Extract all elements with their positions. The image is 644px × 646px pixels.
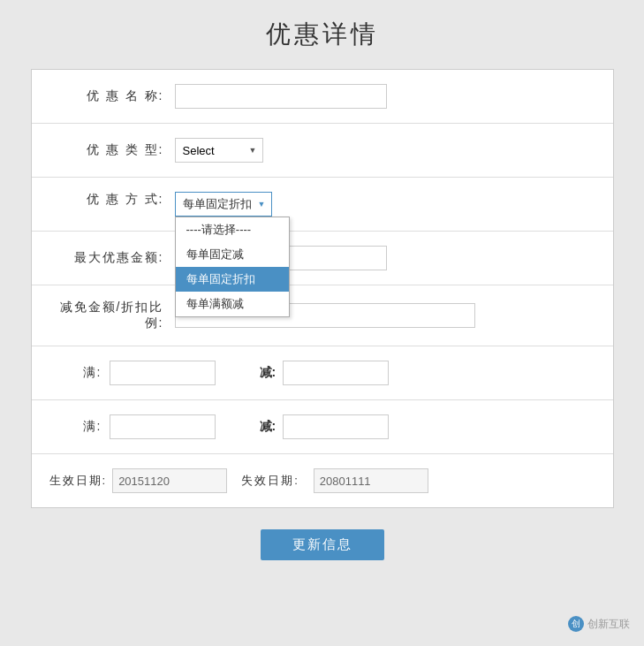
type-select-button[interactable]: Select [175,138,263,163]
jian1-input[interactable] [283,361,389,385]
max-row: 最大优惠金额: [32,232,613,285]
max-label: 最大优惠金额: [49,250,164,266]
submit-button[interactable]: 更新信息 [261,529,384,560]
end-date-input[interactable] [314,468,428,493]
method-label: 优 惠 方 式: [49,192,164,208]
method-option-placeholder[interactable]: ----请选择---- [176,217,289,242]
end-date-label: 失效日期: [241,473,299,489]
start-date-input[interactable] [112,468,227,493]
method-row: 优 惠 方 式: 每单固定折扣 ----请选择---- 每单固定减 每单固定折扣… [32,178,613,232]
watermark: 创 创新互联 [568,616,630,632]
man1-input[interactable] [110,361,216,385]
method-option-fixed-discount[interactable]: 每单固定折扣 [176,267,289,292]
ratio-row: 减免金额/折扣比例: [32,285,613,346]
man2-label: 满: [49,419,102,435]
method-option-fixed-reduce[interactable]: 每单固定减 [176,242,289,267]
method-dropdown-wrapper: 每单固定折扣 ----请选择---- 每单固定减 每单固定折扣 每单满额减 [175,192,272,217]
jian1-label: 减: [260,365,277,381]
start-date-label: 生效日期: [49,473,108,489]
watermark-text: 创新互联 [587,617,630,632]
page-title: 优惠详情 [266,18,379,51]
watermark-icon: 创 [568,616,584,632]
method-select-button[interactable]: 每单固定折扣 [175,192,272,217]
name-row: 优 惠 名 称: [32,70,613,124]
submit-area: 更新信息 [261,529,384,560]
method-option-full-reduce[interactable]: 每单满额减 [176,292,289,316]
name-input[interactable] [175,84,387,109]
jian2-label: 减: [260,419,277,435]
man-jian-row-1: 满: 减: [32,346,613,400]
name-label: 优 惠 名 称: [49,88,164,104]
man1-label: 满: [49,365,102,381]
method-dropdown-menu: ----请选择---- 每单固定减 每单固定折扣 每单满额减 [175,217,290,317]
type-label: 优 惠 类 型: [49,142,164,158]
jian2-input[interactable] [283,414,389,439]
date-row: 生效日期: 失效日期: [32,454,613,507]
man-jian-row-2: 满: 减: [32,400,613,454]
man2-input[interactable] [110,414,216,439]
form-container: 优 惠 名 称: 优 惠 类 型: Select 优 惠 方 式: 每单固定折扣… [31,69,614,508]
ratio-label: 减免金额/折扣比例: [49,300,164,331]
type-row: 优 惠 类 型: Select [32,124,613,178]
